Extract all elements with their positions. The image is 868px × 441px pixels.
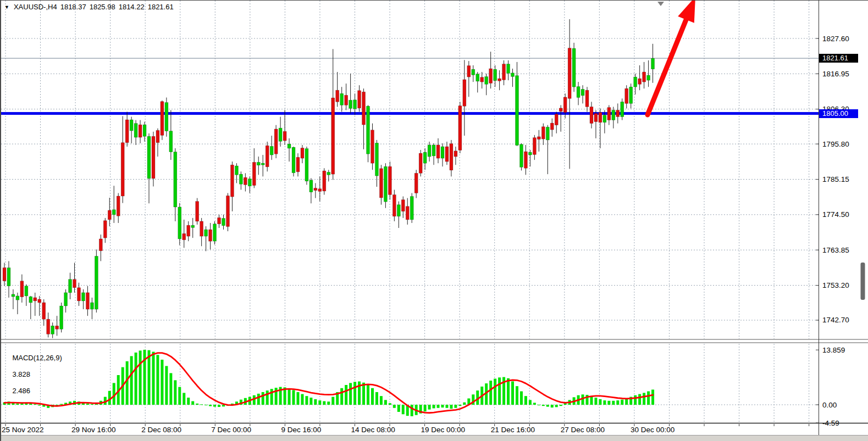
macd-histogram-bar <box>643 393 645 405</box>
macd-histogram-bar <box>393 405 396 408</box>
candle-bear <box>568 48 571 99</box>
candle-bull <box>143 125 146 136</box>
macd-histogram-bar <box>353 382 356 405</box>
price-axis-label[interactable]: 1774.50 <box>822 210 849 219</box>
chart-canvas[interactable]: 1827.601816.951806.301795.801785.151774.… <box>0 0 868 441</box>
price-axis-label[interactable]: 1795.80 <box>822 140 849 148</box>
candle-bull <box>147 136 151 178</box>
candle-bull <box>261 163 264 165</box>
candle-bull <box>165 103 168 131</box>
macd-histogram-bar <box>200 404 203 405</box>
macd-histogram-bar <box>494 378 496 405</box>
candle-bear <box>3 268 6 281</box>
time-axis-label[interactable]: 29 Nov 16:00 <box>71 426 115 434</box>
candle-bear <box>555 114 558 125</box>
macd-histogram-bar <box>314 399 317 405</box>
macd-histogram-bar <box>546 405 549 407</box>
price-axis-label[interactable]: 1785.15 <box>822 175 849 183</box>
candle-bear <box>296 157 300 172</box>
candle-bull <box>384 166 387 202</box>
time-axis-label[interactable]: 9 Dec 16:00 <box>281 426 321 434</box>
macd-histogram-bar <box>371 388 374 405</box>
candle-bear <box>161 102 164 136</box>
candle-bull <box>112 210 115 215</box>
macd-histogram-bar <box>647 392 650 405</box>
macd-histogram-bar <box>520 392 523 405</box>
candle-bull <box>248 179 251 186</box>
macd-histogram-bar <box>437 405 440 408</box>
macd-histogram-bar <box>292 390 295 405</box>
time-axis-label[interactable]: 14 Dec 08:00 <box>351 426 395 434</box>
price-axis-label[interactable]: 1816.95 <box>822 70 849 78</box>
candle-bear <box>599 113 602 122</box>
candle-bear <box>480 77 484 82</box>
candle-bull <box>621 102 624 116</box>
candle-bull <box>327 172 330 175</box>
macd-axis-label[interactable]: 0.00 <box>822 401 837 409</box>
candle-bull <box>603 115 606 122</box>
candle-bear <box>318 189 322 192</box>
candle-bull <box>519 144 523 168</box>
candle-bear <box>323 171 326 191</box>
symbol-dropdown-icon[interactable]: ▼ <box>4 4 9 10</box>
price-axis-label[interactable]: 1827.60 <box>822 35 849 43</box>
time-axis-label[interactable]: 7 Dec 00:00 <box>211 426 251 434</box>
candle-bear <box>183 233 186 239</box>
price-axis-label[interactable]: 1753.20 <box>822 281 849 289</box>
macd-signal-value: 2.486 <box>12 387 30 395</box>
macd-histogram-bar <box>441 405 444 407</box>
candle-bear <box>38 299 41 303</box>
time-axis-label[interactable]: 27 Dec 08:00 <box>561 426 605 434</box>
symbol-timeframe-label: XAUUSD-,H4 <box>14 3 57 11</box>
macd-histogram-bar <box>507 378 510 405</box>
macd-histogram-bar <box>389 403 391 405</box>
low-value: 1814.22 <box>119 3 145 11</box>
time-axis-label[interactable]: 2 Dec 08:00 <box>141 426 181 434</box>
macd-histogram-bar <box>191 401 194 405</box>
macd-histogram-bar <box>424 405 427 411</box>
time-axis-label[interactable]: 25 Nov 2022 <box>2 426 44 434</box>
price-axis-label[interactable]: 1742.70 <box>822 316 849 324</box>
macd-histogram-bar <box>148 350 151 405</box>
macd-name: MACD(12,26,9) <box>12 354 62 362</box>
macd-histogram-bar <box>34 404 36 405</box>
price-axis-label[interactable]: 1763.85 <box>822 246 849 254</box>
time-axis-label[interactable]: 30 Dec 00:00 <box>631 426 675 434</box>
candle-bear <box>371 130 374 163</box>
candle-bear <box>125 120 129 143</box>
candle-bear <box>156 130 159 142</box>
macd-histogram-bar <box>634 395 637 405</box>
macd-histogram-bar <box>169 373 172 405</box>
macd-histogram-bar <box>318 400 321 405</box>
scrollbar-thumb[interactable] <box>861 263 865 300</box>
candle-bull <box>572 48 576 87</box>
macd-histogram-bar <box>524 396 527 405</box>
candle-bull <box>634 77 637 87</box>
macd-histogram-bar <box>340 388 343 405</box>
time-axis-label[interactable]: 21 Dec 16:00 <box>491 426 535 434</box>
candle-bull <box>485 76 488 84</box>
horizontal-line-1805[interactable] <box>0 112 819 115</box>
macd-histogram-bar <box>428 405 431 410</box>
candle-bear <box>209 230 212 241</box>
candle-bull <box>367 106 370 154</box>
high-value: 1825.98 <box>90 3 115 11</box>
macd-histogram-bar <box>331 397 334 405</box>
candle-bear <box>56 326 59 329</box>
macd-histogram-bar <box>433 405 435 408</box>
candle-bear <box>392 195 396 216</box>
candle-bull <box>270 146 273 155</box>
candle-bull <box>25 286 28 296</box>
macd-axis-label[interactable]: 13.859 <box>822 346 845 354</box>
candle-bull <box>279 128 282 141</box>
candle-bear <box>379 169 383 198</box>
candle-bear <box>362 92 366 125</box>
candle-bear <box>414 173 418 193</box>
time-axis-label[interactable]: 19 Dec 00:00 <box>421 426 465 434</box>
candle-bear <box>266 146 269 167</box>
bottom-strip <box>0 436 868 441</box>
macd-histogram-bar <box>327 401 330 405</box>
macd-histogram-bar <box>375 392 378 405</box>
macd-histogram-bar <box>213 405 216 407</box>
macd-histogram-bar <box>218 405 220 407</box>
